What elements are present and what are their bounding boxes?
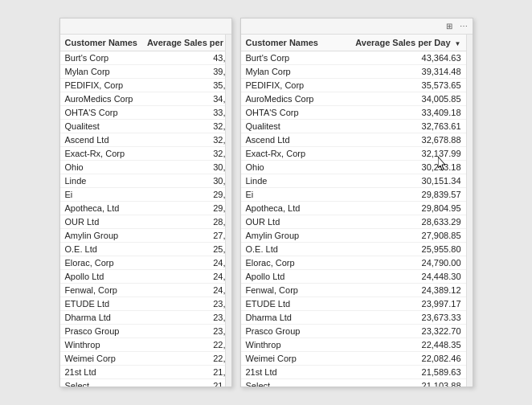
- sales-value: 32,678.88: [142, 133, 225, 147]
- table-row[interactable]: Select 21,103.88: [241, 379, 466, 387]
- sales-value: 34,005.85: [334, 92, 465, 106]
- table-row[interactable]: Exact-Rx, Corp 32,137.99: [241, 147, 466, 161]
- table-row[interactable]: Apotheca, Ltd 29,804.95: [60, 202, 225, 215]
- table-row[interactable]: Elorac, Corp 24,790.00: [241, 256, 466, 270]
- customer-name: Apotheca, Ltd: [60, 202, 142, 215]
- table-row[interactable]: ETUDE Ltd 23,997.17: [60, 297, 225, 311]
- table-row[interactable]: Dharma Ltd 23,673.33: [60, 311, 225, 325]
- table-row[interactable]: Qualitest 32,763.61: [60, 120, 225, 133]
- right-col-sales[interactable]: Average Sales per Day ▼: [334, 35, 465, 51]
- right-panel-toolbar: ⊞ ⋯: [241, 18, 473, 35]
- table-row[interactable]: Fenwal, Corp 24,389.12: [60, 284, 225, 297]
- sales-value: 30,151.34: [334, 174, 465, 188]
- sales-value: 21,589.63: [334, 366, 465, 379]
- table-row[interactable]: OHTA'S Corp 33,409.18: [241, 106, 466, 120]
- table-row[interactable]: Mylan Corp 39,314.48: [60, 65, 225, 79]
- table-row[interactable]: Weimei Corp 22,082.46: [60, 352, 225, 366]
- customer-name: ETUDE Ltd: [60, 297, 142, 311]
- right-col-customer[interactable]: Customer Names: [241, 35, 335, 51]
- sales-value: 27,908.85: [334, 229, 465, 243]
- table-row[interactable]: ETUDE Ltd 23,997.17: [241, 297, 466, 311]
- table-row[interactable]: 21st Ltd 21,589.63: [241, 366, 466, 379]
- sales-value: 24,389.12: [142, 284, 225, 297]
- sales-value: 32,137.99: [142, 147, 225, 161]
- table-row[interactable]: Dharma Ltd 23,673.33: [241, 311, 466, 325]
- sales-value: 30,253.18: [334, 161, 465, 174]
- table-row[interactable]: PEDIFIX, Corp 35,573.65: [241, 79, 466, 92]
- table-row[interactable]: Ei 29,839.57: [241, 188, 466, 202]
- left-col-sales[interactable]: Average Sales per Day ▼: [142, 35, 225, 51]
- table-row[interactable]: Linde 30,151.34: [60, 174, 225, 188]
- table-row[interactable]: Winthrop 22,448.35: [241, 338, 466, 352]
- table-row[interactable]: Prasco Group 23,322.70: [60, 325, 225, 338]
- sales-value: 22,082.46: [334, 352, 465, 366]
- table-row[interactable]: Prasco Group 23,322.70: [241, 325, 466, 338]
- table-row[interactable]: OUR Ltd 28,633.29: [241, 215, 466, 229]
- sales-value: 25,955.80: [334, 243, 465, 256]
- right-scrollbar[interactable]: [466, 35, 473, 387]
- customer-name: Ei: [60, 188, 142, 202]
- table-row[interactable]: Linde 30,151.34: [241, 174, 466, 188]
- table-row[interactable]: Fenwal, Corp 24,389.12: [241, 284, 466, 297]
- table-row[interactable]: Ascend Ltd 32,678.88: [241, 133, 466, 147]
- table-row[interactable]: Ascend Ltd 32,678.88: [60, 133, 225, 147]
- table-row[interactable]: 21st Ltd 21,589.63: [60, 366, 225, 379]
- table-row[interactable]: O.E. Ltd 25,955.80: [60, 243, 225, 256]
- customer-name: O.E. Ltd: [60, 243, 142, 256]
- customer-name: O.E. Ltd: [241, 243, 335, 256]
- left-scrollbar[interactable]: [225, 35, 231, 387]
- right-table-body: Burt's Corp 43,364.63 Mylan Corp 39,314.…: [241, 51, 466, 387]
- table-row[interactable]: Apollo Ltd 24,448.30: [60, 270, 225, 284]
- table-row[interactable]: Qualitest 32,763.61: [241, 120, 466, 133]
- customer-name: Elorac, Corp: [60, 256, 142, 270]
- sales-value: 35,573.65: [334, 79, 465, 92]
- table-row[interactable]: Mylan Corp 39,314.48: [241, 65, 466, 79]
- right-more-icon[interactable]: ⋯: [458, 21, 469, 32]
- customer-name: Exact-Rx, Corp: [60, 147, 142, 161]
- customer-name: PEDIFIX, Corp: [241, 79, 335, 92]
- sales-value: 22,082.46: [142, 352, 225, 366]
- customer-name: ETUDE Ltd: [241, 297, 335, 311]
- sales-value: 24,389.12: [334, 284, 465, 297]
- right-table-container[interactable]: Customer Names Average Sales per Day ▼ B…: [241, 35, 466, 387]
- table-row[interactable]: Elorac, Corp 24,790.00: [60, 256, 225, 270]
- table-row[interactable]: Amylin Group 27,908.85: [60, 229, 225, 243]
- right-panel-body: Customer Names Average Sales per Day ▼ B…: [241, 35, 473, 387]
- table-row[interactable]: Ohio 30,253.18: [60, 161, 225, 174]
- customer-name: Mylan Corp: [241, 65, 335, 79]
- table-row[interactable]: Ohio 30,253.18: [241, 161, 466, 174]
- table-row[interactable]: OUR Ltd 28,633.29: [60, 215, 225, 229]
- table-row[interactable]: Burt's Corp 43,364.63: [241, 51, 466, 65]
- sales-value: 43,364.63: [334, 51, 465, 65]
- sales-value: 32,763.61: [142, 120, 225, 133]
- customer-name: Ohio: [241, 161, 335, 174]
- table-row[interactable]: Amylin Group 27,908.85: [241, 229, 466, 243]
- table-row[interactable]: AuroMedics Corp 34,005.85: [60, 92, 225, 106]
- table-row[interactable]: Ei 29,839.57: [60, 188, 225, 202]
- left-table-container[interactable]: Customer Names Average Sales per Day ▼ B…: [60, 35, 225, 387]
- customer-name: PEDIFIX, Corp: [60, 79, 142, 92]
- customer-name: Amylin Group: [241, 229, 335, 243]
- table-row[interactable]: Apollo Ltd 24,448.30: [241, 270, 466, 284]
- table-row[interactable]: OHTA'S Corp 33,409.18: [60, 106, 225, 120]
- sales-value: 27,908.85: [142, 229, 225, 243]
- table-row[interactable]: AuroMedics Corp 34,005.85: [241, 92, 466, 106]
- customer-name: Dharma Ltd: [241, 311, 335, 325]
- table-row[interactable]: Select 21,103.88: [60, 379, 225, 387]
- left-col-customer[interactable]: Customer Names: [60, 35, 142, 51]
- sales-value: 23,673.33: [334, 311, 465, 325]
- table-row[interactable]: Winthrop 22,448.35: [60, 338, 225, 352]
- sales-value: 23,322.70: [142, 325, 225, 338]
- sales-value: 29,839.57: [142, 188, 225, 202]
- table-row[interactable]: PEDIFIX, Corp 35,573.65: [60, 79, 225, 92]
- table-row[interactable]: Burt's Corp 43,364.63: [60, 51, 225, 65]
- table-row[interactable]: Exact-Rx, Corp 32,137.99: [60, 147, 225, 161]
- table-row[interactable]: Weimei Corp 22,082.46: [241, 352, 466, 366]
- customer-name: Amylin Group: [60, 229, 142, 243]
- sales-value: 24,448.30: [142, 270, 225, 284]
- customer-name: AuroMedics Corp: [60, 92, 142, 106]
- right-expand-icon[interactable]: ⊞: [444, 21, 455, 32]
- table-row[interactable]: O.E. Ltd 25,955.80: [241, 243, 466, 256]
- table-row[interactable]: Apotheca, Ltd 29,804.95: [241, 202, 466, 215]
- customer-name: Apollo Ltd: [60, 270, 142, 284]
